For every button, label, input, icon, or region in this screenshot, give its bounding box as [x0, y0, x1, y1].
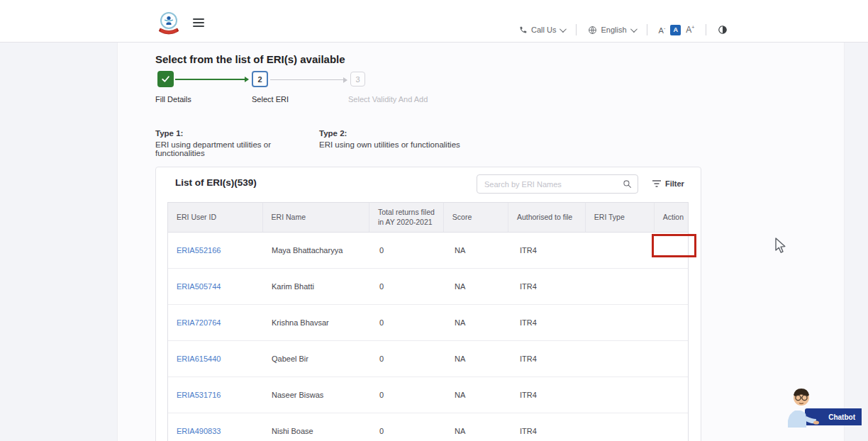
authorised-to-file-cell: ITR4: [511, 391, 589, 399]
returns-filed-cell: 0: [371, 391, 446, 399]
step-3-label: Select Validity And Add: [348, 95, 428, 104]
column-header-eri-user-id: ERI User ID: [168, 203, 262, 232]
score-cell: NA: [446, 246, 511, 255]
filter-label: Filter: [665, 179, 684, 188]
eri-name-cell: Karim Bhatti: [263, 282, 371, 291]
step-2-indicator-active: 2: [252, 71, 268, 87]
eri-user-id-link[interactable]: ERIA720764: [168, 318, 263, 327]
font-size-controls: A- A A+: [659, 25, 695, 35]
eri-name-cell: Naseer Biswas: [263, 391, 371, 399]
type-1-description: ERI using department utilities or functi…: [155, 140, 320, 157]
font-default-button[interactable]: A: [670, 25, 681, 35]
font-increase-button[interactable]: A+: [686, 25, 694, 35]
call-us-label: Call Us: [531, 26, 556, 34]
step-1-label: Fill Details: [155, 95, 191, 104]
table-body: ERIA552166 Maya Bhattacharyya 0 NA ITR4 …: [168, 233, 688, 441]
filter-button[interactable]: Filter: [652, 179, 684, 188]
table-header-row: ERI User ID ERI Name Total returns filed…: [168, 203, 688, 233]
page-title: Select from the list of ERI(s) available: [155, 53, 345, 65]
eri-user-id-link[interactable]: ERIA531716: [168, 391, 263, 399]
divider: [706, 24, 706, 35]
contrast-toggle-icon[interactable]: [718, 25, 728, 35]
column-header-score: Score: [443, 203, 508, 232]
eri-user-id-link[interactable]: ERIA490833: [168, 427, 263, 435]
returns-filed-cell: 0: [371, 282, 446, 291]
type-2-description: ERI using own utilities or functionaliti…: [319, 140, 484, 149]
phone-icon: [519, 26, 528, 34]
eri-table: ERI User ID ERI Name Total returns filed…: [167, 202, 689, 441]
score-cell: NA: [446, 355, 511, 363]
check-icon: [161, 74, 170, 84]
page: Call Us English A- A A+ Select from the …: [0, 0, 868, 441]
column-header-eri-name: ERI Name: [262, 203, 369, 232]
chevron-down-icon: [560, 26, 567, 33]
divider: [647, 24, 647, 35]
step-connector-1: [175, 79, 248, 80]
font-decrease-button[interactable]: A-: [659, 26, 666, 35]
topbar-controls: Call Us English A- A A+: [519, 23, 728, 37]
table-row: ERIA615440 Qabeel Bir 0 NA ITR4 Activate: [168, 341, 688, 377]
type-1-heading: Type 1:: [155, 129, 320, 138]
eri-name-cell: Nishi Boase: [263, 427, 371, 435]
menu-hamburger-icon[interactable]: [193, 18, 204, 27]
authorised-to-file-cell: ITR4: [511, 246, 589, 255]
topbar: Call Us English A- A A+: [0, 0, 868, 43]
score-cell: NA: [446, 427, 511, 435]
language-menu[interactable]: English: [588, 26, 635, 35]
chatbot-label: Chatbot: [828, 413, 855, 421]
column-header-action: Action: [654, 203, 688, 232]
eri-user-id-link[interactable]: ERIA552166: [168, 246, 263, 255]
chatbot-avatar-icon[interactable]: [782, 385, 823, 428]
language-label: English: [601, 26, 626, 34]
returns-filed-cell: 0: [371, 318, 446, 327]
authorised-to-file-cell: ITR4: [511, 427, 589, 435]
divider: [576, 24, 577, 35]
chevron-down-icon: [630, 26, 637, 33]
eri-user-id-link[interactable]: ERIA615440: [168, 355, 263, 363]
search-icon[interactable]: [623, 179, 632, 189]
type-2-heading: Type 2:: [319, 129, 484, 138]
step-2-label: Select ERI: [252, 95, 289, 104]
type-1-legend: Type 1: ERI using department utilities o…: [155, 129, 320, 157]
table-row: ERIA490833 Nishi Boase 0 NA ITR4 Activat…: [168, 413, 688, 441]
returns-filed-cell: 0: [371, 246, 446, 255]
step-3-indicator-pending: 3: [350, 72, 365, 86]
filter-icon: [652, 180, 661, 187]
eri-name-cell: Krishna Bhavsar: [263, 318, 371, 327]
search-input[interactable]: [477, 174, 638, 194]
eri-list-title: List of ERI(s)(539): [175, 177, 257, 188]
score-cell: NA: [446, 282, 511, 291]
eri-name-cell: Maya Bhattacharyya: [263, 246, 371, 255]
column-header-eri-type: ERI Type: [585, 203, 654, 232]
returns-filed-cell: 0: [371, 355, 446, 363]
returns-filed-cell: 0: [371, 427, 446, 435]
search-box: [477, 174, 638, 194]
authorised-to-file-cell: ITR4: [511, 355, 589, 363]
step-connector-2: [270, 79, 347, 80]
column-header-authorised-to-file: Authorised to file: [508, 203, 585, 232]
type-2-legend: Type 2: ERI using own utilities or funct…: [319, 129, 484, 149]
table-row: ERIA505744 Karim Bhatti 0 NA ITR4 Activa…: [168, 269, 688, 305]
eri-name-cell: Qabeel Bir: [263, 355, 371, 363]
income-tax-dept-logo: [157, 11, 181, 35]
column-header-total-returns: Total returns filed in AY 2020-2021: [369, 203, 443, 232]
table-row: ERIA531716 Naseer Biswas 0 NA ITR4 Activ…: [168, 377, 688, 413]
score-cell: NA: [446, 318, 511, 327]
score-cell: NA: [446, 391, 511, 399]
authorised-to-file-cell: ITR4: [511, 282, 589, 291]
table-row: ERIA552166 Maya Bhattacharyya 0 NA ITR4 …: [168, 233, 688, 269]
step-1-indicator-complete: [157, 71, 174, 87]
call-us-menu[interactable]: Call Us: [519, 26, 564, 34]
eri-user-id-link[interactable]: ERIA505744: [168, 282, 263, 291]
authorised-to-file-cell: ITR4: [511, 318, 589, 327]
table-row: ERIA720764 Krishna Bhavsar 0 NA ITR4 Act…: [168, 305, 688, 341]
globe-icon: [588, 26, 597, 35]
